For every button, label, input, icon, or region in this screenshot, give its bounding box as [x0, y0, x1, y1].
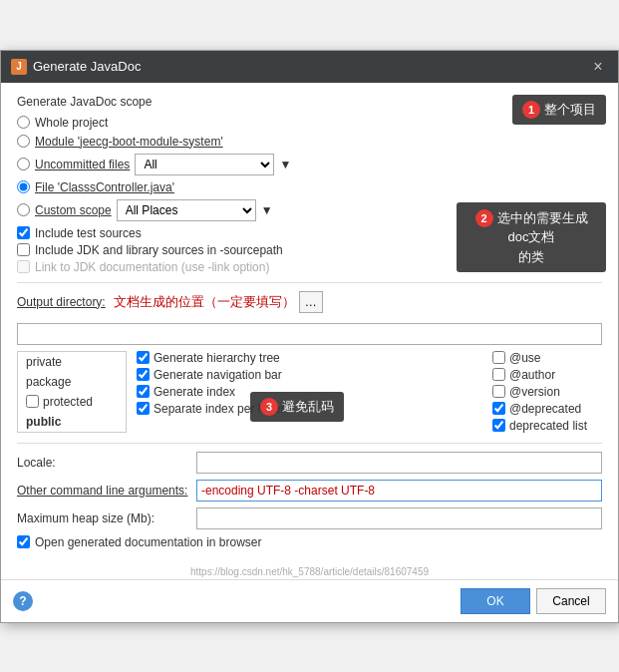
- visibility-protected-row[interactable]: protected: [18, 392, 126, 412]
- help-button[interactable]: ?: [13, 591, 33, 611]
- gen-index-label[interactable]: Generate index: [154, 385, 235, 399]
- include-test-label[interactable]: Include test sources: [35, 226, 142, 240]
- gen-navbar-checkbox[interactable]: [137, 368, 150, 381]
- visibility-private[interactable]: private: [18, 352, 126, 372]
- tag-use-label[interactable]: @use: [509, 351, 541, 365]
- radio-custom-with-select: Custom scope All Places ▼: [35, 199, 273, 221]
- gen-navbar-row: Generate navigation bar: [137, 368, 482, 382]
- output-dir-label: Output directory:: [17, 295, 106, 309]
- tooltip-3: 3避免乱码: [250, 392, 344, 422]
- visibility-panel: private package protected public: [17, 351, 127, 433]
- tag-deprecated-list-label[interactable]: deprecated list: [509, 419, 587, 433]
- radio-whole-project[interactable]: [17, 116, 30, 129]
- tag-deprecated-label[interactable]: @deprecated: [509, 402, 581, 416]
- visibility-public[interactable]: public: [18, 412, 126, 432]
- visibility-protected-label: protected: [43, 395, 93, 409]
- gen-navbar-label[interactable]: Generate navigation bar: [154, 368, 282, 382]
- link-jdk-checkbox: [17, 260, 30, 273]
- radio-file-label[interactable]: File 'ClasssController.java': [35, 180, 174, 194]
- open-browser-row: Open generated documentation in browser: [17, 535, 602, 549]
- watermark: https://blog.csdn.net/hk_5788/article/de…: [1, 564, 618, 579]
- separator-1: [17, 282, 602, 283]
- dialog-title: Generate JavaDoc: [33, 59, 141, 74]
- output-dir-annotation: 文档生成的位置（一定要填写）: [114, 293, 295, 311]
- custom-select[interactable]: All Places: [117, 199, 256, 221]
- radio-module-label[interactable]: Module 'jeecg-boot-module-system': [35, 135, 223, 149]
- other-args-input[interactable]: [196, 480, 602, 502]
- radio-module-row: Module 'jeecg-boot-module-system': [17, 134, 602, 150]
- tooltip-2: 2选中的需要生成doc文档 的类: [457, 202, 606, 273]
- include-jdk-checkbox[interactable]: [17, 243, 30, 256]
- radio-file[interactable]: [17, 180, 30, 193]
- output-dir-row: Output directory: 文档生成的位置（一定要填写） …: [17, 291, 602, 313]
- heap-row: Maximum heap size (Mb):: [17, 507, 602, 529]
- tag-deprecated-list-checkbox[interactable]: [492, 419, 505, 432]
- custom-dropdown-arrow: ▼: [261, 203, 273, 217]
- tag-version-row: @version: [492, 385, 602, 399]
- tag-use-checkbox[interactable]: [492, 351, 505, 364]
- badge-1: 1: [522, 101, 540, 119]
- locale-input[interactable]: [196, 452, 602, 474]
- gen-hierarchy-label[interactable]: Generate hierarchy tree: [154, 351, 280, 365]
- tooltip-1: 1整个项目: [512, 95, 606, 125]
- close-button[interactable]: ×: [588, 57, 608, 77]
- heap-input[interactable]: [196, 507, 602, 529]
- other-args-label: Other command line arguments:: [17, 484, 196, 498]
- link-jdk-label: Link to JDK documentation (use -link opt…: [35, 260, 269, 274]
- locale-row: Locale:: [17, 452, 602, 474]
- title-bar-left: J Generate JavaDoc: [11, 59, 141, 75]
- badge-3: 3: [260, 398, 278, 416]
- dialog-content: 1整个项目 2选中的需要生成doc文档 的类 Generate JavaDoc …: [1, 83, 618, 564]
- badge-2: 2: [475, 209, 493, 227]
- uncommitted-dropdown-arrow: ▼: [279, 158, 291, 171]
- gen-separate-checkbox[interactable]: [137, 402, 150, 415]
- radio-uncommitted-row: Uncommitted files All ▼: [17, 153, 602, 176]
- gen-hierarchy-row: Generate hierarchy tree: [137, 351, 482, 365]
- tag-deprecated-list-row: deprecated list: [492, 419, 602, 433]
- radio-uncommitted-with-select: Uncommitted files All ▼: [35, 154, 291, 175]
- gen-hierarchy-checkbox[interactable]: [137, 351, 150, 364]
- gen-index-checkbox[interactable]: [137, 385, 150, 398]
- open-browser-checkbox[interactable]: [17, 535, 30, 548]
- radio-file-row: File 'ClasssController.java': [17, 179, 602, 195]
- separator-2: [17, 443, 602, 444]
- ok-button[interactable]: OK: [461, 588, 530, 614]
- locale-label: Locale:: [17, 456, 196, 470]
- open-browser-label[interactable]: Open generated documentation in browser: [35, 535, 261, 549]
- tag-deprecated-row: @deprecated: [492, 402, 602, 416]
- radio-module[interactable]: [17, 135, 30, 148]
- radio-custom[interactable]: [17, 203, 30, 216]
- tag-author-checkbox[interactable]: [492, 368, 505, 381]
- radio-uncommitted[interactable]: [17, 158, 30, 170]
- title-bar: J Generate JavaDoc ×: [1, 51, 618, 83]
- tag-deprecated-checkbox[interactable]: [492, 402, 505, 415]
- tag-version-checkbox[interactable]: [492, 385, 505, 398]
- output-dir-input[interactable]: [17, 323, 602, 345]
- generate-javadoc-dialog: J Generate JavaDoc × 1整个项目 2选中的需要生成doc文档…: [0, 50, 619, 623]
- heap-label: Maximum heap size (Mb):: [17, 511, 196, 525]
- other-args-row: Other command line arguments:: [17, 480, 602, 502]
- tag-author-row: @author: [492, 368, 602, 382]
- output-dir-browse-button[interactable]: …: [299, 291, 323, 313]
- bottom-bar: ? OK Cancel: [1, 579, 618, 622]
- radio-whole-project-label[interactable]: Whole project: [35, 116, 108, 130]
- visibility-protected-checkbox[interactable]: [26, 395, 39, 408]
- app-icon: J: [11, 59, 27, 75]
- radio-custom-label[interactable]: Custom scope: [35, 203, 112, 217]
- include-jdk-label[interactable]: Include JDK and library sources in -sour…: [35, 243, 283, 257]
- bottom-buttons: OK Cancel: [461, 588, 606, 614]
- cancel-button[interactable]: Cancel: [536, 588, 606, 614]
- include-test-checkbox[interactable]: [17, 226, 30, 239]
- visibility-package[interactable]: package: [18, 372, 126, 392]
- tag-use-row: @use: [492, 351, 602, 365]
- radio-uncommitted-label[interactable]: Uncommitted files: [35, 158, 130, 171]
- tags-panel: @use @author @version @deprecated deprec…: [492, 351, 602, 433]
- tag-author-label[interactable]: @author: [509, 368, 555, 382]
- tag-version-label[interactable]: @version: [509, 385, 560, 399]
- uncommitted-select[interactable]: All: [135, 154, 274, 175]
